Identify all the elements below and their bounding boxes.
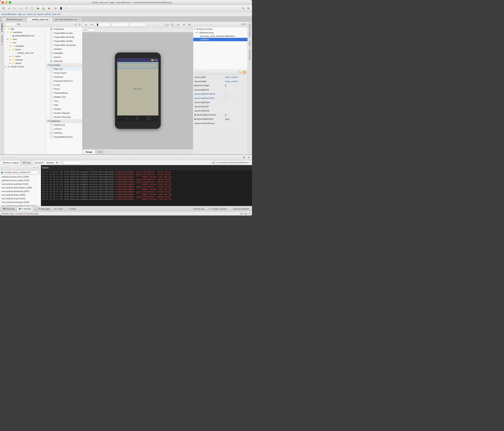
adb-logs-tab[interactable]: ADB logs [20, 160, 33, 165]
palette-item-spinner[interactable]: ▾ Spinner [46, 55, 82, 59]
gradle-tab[interactable]: Gradle [248, 39, 252, 48]
process-item-inputmethod[interactable]: com.android.inputmethod.latin (1412) [0, 204, 41, 206]
tree-item-app[interactable]: ▾ 📁 app [4, 27, 46, 30]
process-item-defcontainer[interactable]: com.android.defcontainer (1658) [0, 186, 41, 189]
help-button[interactable]: ? [64, 6, 69, 11]
palette-item-number[interactable]: T Number [46, 107, 82, 111]
breadcrumb-androidbrowser[interactable]: AndroidBrowser [1, 13, 16, 15]
palette-item-seekbar[interactable]: — SeekBar [46, 47, 82, 51]
devices-minus-button[interactable]: − [36, 166, 40, 169]
android-tab[interactable]: 6: Android [17, 206, 33, 211]
tree-item-manifests[interactable]: ▾ 📁 manifests [4, 30, 46, 34]
api-selector[interactable]: ⚙ AppTheme ▾ [111, 23, 129, 27]
alignparentend-checkbox[interactable]: ✓ [225, 93, 227, 95]
activity-selector[interactable]: MainActivity ▾ [130, 23, 145, 27]
refresh-button[interactable]: ↺ [181, 22, 186, 27]
palette-item-gridview[interactable]: ⊞ GridView [46, 131, 82, 135]
minimize-button[interactable] [5, 1, 8, 4]
tab-close-activity-xml[interactable]: ✕ [49, 18, 51, 20]
ct-item-device-screen[interactable]: ▾ 🖥 Device Screen [193, 27, 247, 31]
close-button[interactable] [1, 1, 4, 4]
text-tab[interactable]: Text [96, 150, 104, 154]
process-item-dialer[interactable]: com.android.dialer (1864) [0, 193, 41, 197]
stop-button[interactable]: ■ [46, 6, 52, 11]
logcat-search-input[interactable] [59, 161, 82, 164]
designer-settings-button[interactable]: ⚙ [187, 22, 192, 27]
zoom-in-button[interactable]: 🔍+ [164, 22, 169, 27]
process-item-deskclock[interactable]: com.android.deskclock (1827) [0, 189, 41, 193]
tree-item-androidmanifest[interactable]: 🤖 AndroidManifest.xml [4, 34, 46, 37]
design-tab[interactable]: Design [83, 150, 95, 154]
process-item-email[interactable]: com.android.email (2163) [0, 197, 41, 200]
todo-tab[interactable]: ✓ TODO [65, 206, 78, 211]
palette-item-date[interactable]: T Date [46, 103, 82, 107]
ct-settings-icon[interactable]: ⚙ [244, 23, 246, 26]
avd-manager-button[interactable]: 📱 [59, 6, 63, 11]
log-level-select[interactable]: Verbose Debug Info Warn Error [44, 161, 59, 165]
maximize-button[interactable] [9, 1, 11, 4]
ct-item-webview[interactable]: 🌐 activity_main_webview (WebView) [193, 34, 247, 38]
palette-item-radiogroup[interactable]: ⊙ RadioGroup [46, 123, 82, 127]
breadcrumb-main[interactable]: main [27, 13, 32, 15]
palette-item-progressbar-horiz[interactable]: ≡ ProgressBar (Horizonta... [46, 43, 82, 47]
palette-item-imageview[interactable]: 🖼 ImageView [46, 27, 82, 31]
palette-item-progressbar-normal[interactable]: ≡ ProgressBar (Normal) [46, 35, 82, 39]
process-item-media[interactable]: android.process.media (1423) [0, 179, 41, 182]
messages-tab[interactable]: 💬 0: Messages [33, 206, 53, 211]
palette-item-number-signed[interactable]: T Number (Signed) [46, 111, 82, 115]
palette-item-listview[interactable]: ≡ ListView [46, 127, 82, 131]
tree-item-java[interactable]: ▶ 📁 java [4, 37, 46, 41]
palette-item-progressbar-large[interactable]: ≡ ProgressBar (Large) [46, 31, 82, 35]
palette-item-number-decimal[interactable]: T Number (Decimal) [46, 115, 82, 119]
tab-close-mainactivity[interactable]: ✕ [23, 18, 24, 20]
sort-icon[interactable]: ↕ [240, 23, 241, 26]
palette-item-phone[interactable]: T Phone [46, 87, 82, 91]
process-item-calendar[interactable]: com.android.calendar (2126) [0, 182, 41, 186]
designer-canvas[interactable]: 📶 5:00 WebView ◁ [82, 32, 193, 149]
palette-item-time[interactable]: T Time [46, 99, 82, 103]
designer-forward-button[interactable]: ➡ [89, 22, 94, 27]
sdk-manager-button[interactable]: ⚙ [53, 6, 58, 11]
palette-item-person-name[interactable]: T Person Name [46, 71, 82, 75]
memory-monitor-tab[interactable]: 📊 Memory Monitor [229, 206, 251, 211]
palette-item-multiline[interactable]: T Multiline Text [46, 95, 82, 99]
breadcrumb-xml[interactable]: activity_main.xml [45, 13, 61, 15]
tab-mainactivity[interactable]: 📄 MainActivity.java ✕ [1, 17, 27, 22]
process-item-exchange[interactable]: com.android.exchange (2182) [0, 200, 41, 204]
tab-androidmanifest[interactable]: 🤖 AndroidManifest.xml ✕ [53, 17, 82, 22]
device-selector[interactable]: 📱 Nexus 4 ▾ [95, 23, 111, 27]
palette-item-password-numeric[interactable]: T Password (Numeric) [46, 79, 82, 83]
palette-item-email[interactable]: T E-mail [46, 83, 82, 87]
maven-projects-tab[interactable]: Maven Projects [248, 22, 252, 39]
breadcrumb-res[interactable]: res [33, 13, 36, 15]
tree-item-gradle-scripts[interactable]: ▶ 🐘 Gradle Scripts [4, 65, 46, 68]
commander-tab[interactable]: Commander [248, 48, 252, 62]
devices-logcat-tab[interactable]: Devices | logcat [1, 160, 20, 165]
run-tab[interactable]: ▶ 4: Run [53, 206, 65, 211]
devices-action-button[interactable]: + [32, 166, 36, 169]
palette-item-postal[interactable]: T Postal Address [46, 91, 82, 95]
tree-item-values[interactable]: ▶ 📁 values [4, 61, 46, 65]
tree-item-menu[interactable]: ▶ 📁 menu [4, 55, 46, 58]
props-help-icon[interactable]: ? [238, 71, 240, 74]
app-filter[interactable]: app: com.example.aravind.androidbrowser … [211, 161, 251, 164]
collapse-icon[interactable]: ⊟ [242, 23, 243, 26]
palette-item-webview[interactable]: 🌐 WebView [46, 59, 82, 63]
props-filter-icon[interactable]: 🔽 [243, 71, 246, 74]
ct-item-relativelayout[interactable]: ▾ ▭ RelativeLayout [193, 31, 247, 34]
tree-item-drawable[interactable]: ▶ 📁 drawable [4, 44, 46, 48]
zoom-out-button[interactable]: 🔍- [170, 22, 175, 27]
tree-item-activity-main-xml[interactable]: 📄 activity_main.xml [4, 51, 46, 55]
structure-tab[interactable]: 2: Structure [0, 34, 4, 47]
gradle-console-tab[interactable]: 🐘 Gradle Console [206, 206, 228, 211]
debug-button[interactable]: 🐛 [41, 6, 46, 11]
tab-activity-main-xml[interactable]: 📄 activity_main.xml ✕ [27, 17, 53, 22]
process-item-acore[interactable]: android.process.acore (1568) [0, 175, 41, 179]
alignparentstart-checkbox[interactable]: ✓ [225, 97, 227, 99]
paste-button[interactable]: 📋 [29, 6, 34, 11]
ddms-settings-button[interactable]: ⚙ [242, 156, 246, 159]
tree-item-res[interactable]: ▾ 📁 res [4, 41, 46, 44]
run-button[interactable]: ▶ [36, 6, 41, 11]
palette-item-plain-text[interactable]: T Plain Text [46, 67, 82, 71]
palette-search-button[interactable]: 🔍 [78, 23, 81, 26]
